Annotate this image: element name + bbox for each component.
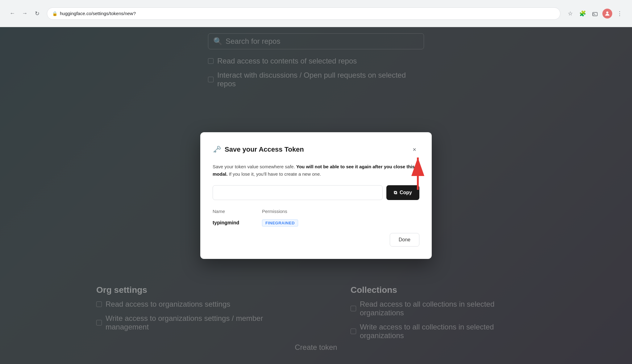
token-table-row: typingmind FINEGRAINED — [213, 216, 419, 226]
page-content: 🔍 Search for repos Read access to conten… — [0, 27, 632, 364]
lock-icon: 🔒 — [52, 11, 57, 16]
modal-close-button[interactable]: × — [410, 145, 419, 154]
modal-title-row: 🗝️ Save your Access Token — [213, 145, 304, 153]
token-name: typingmind — [213, 220, 250, 226]
copy-button-label: Copy — [400, 190, 412, 195]
name-header: Name — [213, 209, 250, 214]
permissions-header: Permissions — [262, 209, 299, 214]
token-table-header: Name Permissions — [213, 209, 419, 216]
description-normal: Save your token value somewhere safe. — [213, 164, 295, 169]
bookmark-button[interactable]: ☆ — [565, 9, 575, 18]
modal-footer: Done — [213, 233, 419, 247]
copy-icon: ⧉ — [394, 190, 397, 195]
refresh-button[interactable]: ↻ — [32, 9, 42, 18]
done-button[interactable]: Done — [390, 233, 419, 247]
description-suffix: If you lose it, you'll have to create a … — [229, 171, 321, 177]
key-icon: 🗝️ — [213, 145, 221, 153]
extensions-button[interactable]: 🧩 — [578, 9, 588, 18]
url-text: huggingface.co/settings/tokens/new? — [60, 11, 136, 16]
forward-button[interactable]: → — [20, 9, 30, 18]
menu-button[interactable]: ⋮ — [615, 9, 625, 18]
svg-rect-0 — [593, 12, 597, 16]
permissions-cell: FINEGRAINED — [262, 220, 298, 226]
profile-avatar[interactable] — [602, 9, 612, 18]
back-button[interactable]: ← — [7, 9, 17, 18]
svg-point-1 — [606, 11, 609, 14]
cast-button[interactable] — [590, 9, 600, 18]
save-token-modal: 🗝️ Save your Access Token × Save your to… — [200, 132, 432, 259]
address-bar[interactable]: 🔒 huggingface.co/settings/tokens/new? — [47, 7, 560, 20]
modal-overlay: 🗝️ Save your Access Token × Save your to… — [0, 27, 632, 364]
copy-button[interactable]: ⧉ Copy — [386, 185, 419, 200]
nav-buttons: ← → ↻ — [7, 9, 42, 18]
permissions-badge: FINEGRAINED — [262, 219, 298, 227]
modal-description: Save your token value somewhere safe. Yo… — [213, 163, 419, 178]
modal-header: 🗝️ Save your Access Token × — [213, 145, 419, 154]
browser-chrome: ← → ↻ 🔒 huggingface.co/settings/tokens/n… — [0, 0, 632, 27]
browser-actions: ☆ 🧩 ⋮ — [565, 9, 625, 18]
modal-title: Save your Access Token — [225, 145, 304, 153]
token-table: Name Permissions typingmind FINEGRAINED — [213, 209, 419, 226]
token-input-row: ⧉ Copy — [213, 185, 419, 200]
token-value-input[interactable] — [213, 185, 383, 200]
